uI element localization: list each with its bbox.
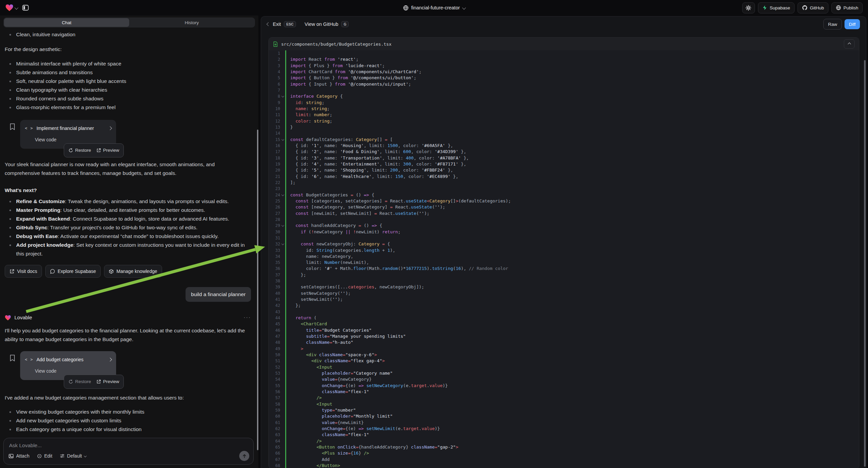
lovable-heart-icon	[5, 315, 11, 321]
fold-chevron-icon[interactable]	[281, 193, 284, 196]
edit-button[interactable]: Edit	[37, 453, 52, 459]
code-line: 43	[269, 309, 859, 315]
code-viewer-header: Exit ESC View on GitHub G Raw Diff	[261, 17, 866, 32]
code-line: 9 id: string;	[269, 100, 859, 106]
project-switcher[interactable]: financial-future-creator	[403, 0, 465, 16]
list-item: Master Prompting: Use clear, detailed, a…	[5, 206, 251, 214]
code-line: 3import { Plus } from 'lucide-react';	[269, 63, 859, 69]
code-line: 57 />	[269, 395, 859, 401]
fold-chevron-icon[interactable]	[281, 224, 284, 227]
code-content[interactable]: 12import React from 'react';3import { Pl…	[269, 50, 859, 468]
external-link-icon	[96, 379, 101, 384]
code-line: 64 />	[269, 438, 859, 444]
target-icon	[37, 454, 42, 459]
list-item: Add new budget categories with custom li…	[5, 416, 251, 425]
manage-knowledge-button[interactable]: Manage knowledge	[104, 265, 162, 277]
mode-select[interactable]: Default	[60, 453, 86, 459]
list-item: Clean, intuitive navigation	[5, 30, 251, 39]
diff-toggle-button[interactable]: Diff	[844, 19, 860, 29]
chat-input[interactable]	[8, 442, 154, 449]
code-line: 20 { id: '5', name: 'Shopping', limit: 2…	[269, 167, 859, 173]
code-line: 56 className="flex-1"	[269, 389, 859, 395]
code-line: 5import { Button } from '@/components/ui…	[269, 75, 859, 81]
restore-button[interactable]: Restore	[68, 146, 91, 155]
lovable-logo-menu[interactable]	[5, 4, 18, 11]
code-line: 44 return (	[269, 315, 859, 321]
fold-chevron-icon[interactable]	[281, 95, 284, 97]
assistant-paragraph: I've added a new budget categories manag…	[5, 393, 251, 402]
sliders-icon	[60, 454, 65, 458]
more-options-icon[interactable]: ···	[244, 313, 251, 322]
settings-button[interactable]	[742, 2, 755, 13]
attach-button[interactable]: Attach	[8, 453, 30, 459]
code-line: 59 type="number"	[269, 407, 859, 413]
explore-supabase-button[interactable]: Explore Supabase	[45, 265, 101, 277]
code-line: 15const defaultCategories: Category[] = …	[269, 137, 859, 143]
code-line: 31	[269, 235, 859, 241]
fold-chevron-icon[interactable]	[281, 242, 284, 245]
code-line: 62 onChange={(e) => setNewLimit(e.target…	[269, 426, 859, 432]
view-on-github-button[interactable]: View on GitHub G	[305, 21, 349, 27]
code-line: 38	[269, 278, 859, 284]
version-card-title: Add budget categories	[37, 355, 105, 364]
sidebar-toggle-icon	[22, 5, 29, 11]
raw-toggle-button[interactable]: Raw	[824, 19, 842, 30]
view-code-link[interactable]: View code	[35, 367, 112, 375]
list-item: Debug with Ease: Activate our experiment…	[5, 232, 251, 241]
code-line: 18 { id: '3', name: 'Transportation', li…	[269, 155, 859, 161]
send-button[interactable]	[239, 451, 249, 461]
code-line: 53 placeholder="Category name"	[269, 370, 859, 376]
view-code-link[interactable]: View code	[35, 135, 112, 144]
tab-chat[interactable]: Chat	[4, 18, 129, 27]
code-line: 4import ChartCard from '@/components/ui/…	[269, 69, 859, 75]
code-line: 21 { id: '6', name: 'Healthcare', limit:…	[269, 174, 859, 180]
code-line: 6import { Input } from '@/components/ui/…	[269, 81, 859, 87]
code-line: 16 { id: '1', name: 'Housing', limit: 15…	[269, 143, 859, 149]
github-button[interactable]: GitHub	[798, 2, 829, 13]
preview-button[interactable]: Preview	[96, 377, 119, 386]
restore-button[interactable]: Restore	[68, 377, 91, 386]
code-line: 27 const [newLimit, setNewLimit] = React…	[269, 210, 859, 216]
chat-composer[interactable]: Attach Edit Default	[3, 438, 254, 465]
fold-chevron-icon[interactable]	[281, 138, 284, 141]
code-line: 25 const [categories, setCategories] = R…	[269, 198, 859, 204]
list-item: Glass-morphic elements for a premium fee…	[5, 103, 251, 112]
code-line: 58 <Input	[269, 401, 859, 407]
code-brackets-icon: < >	[25, 355, 33, 364]
version-card-title: Implement financial planner	[37, 124, 105, 133]
supabase-button[interactable]: Supabase	[758, 2, 795, 13]
preview-button[interactable]: Preview	[96, 146, 119, 155]
visit-docs-button[interactable]: Visit docs	[5, 265, 42, 277]
exit-button[interactable]: Exit ESC	[267, 21, 296, 27]
chevron-down-icon	[14, 6, 18, 9]
code-line: 40 setNewCategory('');	[269, 290, 859, 296]
bookmark-icon[interactable]	[9, 354, 16, 361]
code-scrollbar[interactable]	[864, 60, 866, 467]
external-link-icon	[96, 148, 101, 153]
sidebar-toggle-button[interactable]	[21, 3, 31, 13]
code-line: 2import React from 'react';	[269, 56, 859, 62]
chat-bubble-icon	[50, 269, 55, 274]
publish-button[interactable]: Publish	[831, 2, 863, 13]
file-header[interactable]: src/components/budget/BudgetCategories.t…	[269, 38, 859, 51]
code-line: 32 const newCategoryObj: Category = {	[269, 241, 859, 247]
chat-scroll-area[interactable]: Clean, intuitive navigation For the desi…	[0, 28, 258, 434]
code-line: 50 <div className="space-y-6">	[269, 352, 859, 358]
knowledge-box-icon	[109, 269, 114, 274]
chevron-down-icon	[84, 455, 87, 457]
list-item: Soft, neutral color palette with light b…	[5, 77, 251, 86]
list-item: Refine & Customize: Tweak the design, an…	[5, 197, 251, 206]
collapse-file-button[interactable]	[844, 39, 855, 49]
tab-history[interactable]: History	[129, 18, 254, 27]
supabase-icon	[762, 5, 767, 10]
back-chevron-icon	[267, 22, 270, 26]
bookmark-icon[interactable]	[9, 123, 16, 130]
gear-icon	[746, 5, 751, 11]
code-line: 8interface Category {	[269, 93, 859, 99]
user-message: build a financial planner	[186, 287, 251, 302]
chat-scrollbar[interactable]	[257, 129, 258, 450]
list-item: Rounded corners and subtle shadows	[5, 94, 251, 103]
list-item: Clean typography with clear hierarchies	[5, 86, 251, 94]
attach-image-icon	[8, 454, 14, 459]
project-name: financial-future-creator	[411, 5, 460, 10]
